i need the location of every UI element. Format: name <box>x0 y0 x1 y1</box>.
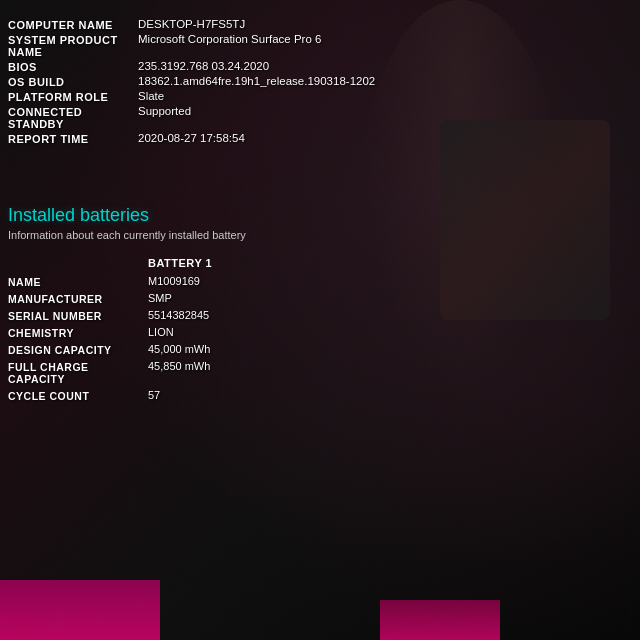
sys-row: BIOS235.3192.768 03.24.2020 <box>8 60 624 73</box>
battery-row: SERIAL NUMBER5514382845 <box>8 309 624 322</box>
batteries-title: Installed batteries <box>8 205 624 226</box>
sys-row: CONNECTED STANDBYSupported <box>8 105 624 130</box>
battery-row-label: DESIGN CAPACITY <box>8 343 148 356</box>
battery-col-header: BATTERY 1 <box>148 257 624 269</box>
batteries-subtitle: Information about each currently install… <box>8 229 624 241</box>
sys-row: PLATFORM ROLESlate <box>8 90 624 103</box>
sys-row-label: OS BUILD <box>8 75 138 88</box>
bottom-magenta-bar-right <box>380 600 500 640</box>
sys-row-value: Supported <box>138 105 624 117</box>
battery-row-label: SERIAL NUMBER <box>8 309 148 322</box>
sys-row-label: REPORT TIME <box>8 132 138 145</box>
sys-row-label: PLATFORM ROLE <box>8 90 138 103</box>
battery-row-value: 45,000 mWh <box>148 343 624 355</box>
battery-rows: NAMEM1009169MANUFACTURERSMPSERIAL NUMBER… <box>8 275 624 402</box>
sys-row-value: DESKTOP-H7FS5TJ <box>138 18 624 30</box>
battery-row-value: 45,850 mWh <box>148 360 624 372</box>
sys-row: REPORT TIME2020-08-27 17:58:54 <box>8 132 624 145</box>
sys-row-value: Slate <box>138 90 624 102</box>
battery-row-value: 57 <box>148 389 624 401</box>
battery-row-label: MANUFACTURER <box>8 292 148 305</box>
sys-row: OS BUILD18362.1.amd64fre.19h1_release.19… <box>8 75 624 88</box>
battery-row: FULL CHARGE CAPACITY45,850 mWh <box>8 360 624 385</box>
battery-row-value: 5514382845 <box>148 309 624 321</box>
bottom-magenta-bar-left <box>0 580 160 640</box>
section-divider <box>8 165 624 195</box>
battery-row: MANUFACTURERSMP <box>8 292 624 305</box>
sys-row-label: COMPUTER NAME <box>8 18 138 31</box>
battery-table: BATTERY 1 NAMEM1009169MANUFACTURERSMPSER… <box>8 257 624 402</box>
sys-row-value: 235.3192.768 03.24.2020 <box>138 60 624 72</box>
sys-row-value: Microsoft Corporation Surface Pro 6 <box>138 33 624 45</box>
main-content: COMPUTER NAMEDESKTOP-H7FS5TJSYSTEM PRODU… <box>0 0 640 416</box>
battery-row-label: CHEMISTRY <box>8 326 148 339</box>
battery-row-label: NAME <box>8 275 148 288</box>
system-info-section: COMPUTER NAMEDESKTOP-H7FS5TJSYSTEM PRODU… <box>8 18 624 145</box>
battery-row-value: M1009169 <box>148 275 624 287</box>
battery-row: NAMEM1009169 <box>8 275 624 288</box>
battery-row: CYCLE COUNT57 <box>8 389 624 402</box>
sys-row: SYSTEM PRODUCT NAMEMicrosoft Corporation… <box>8 33 624 58</box>
battery-row-label: CYCLE COUNT <box>8 389 148 402</box>
battery-header-row: BATTERY 1 <box>8 257 624 269</box>
battery-row-label: FULL CHARGE CAPACITY <box>8 360 148 385</box>
sys-row-value: 18362.1.amd64fre.19h1_release.190318-120… <box>138 75 624 87</box>
sys-row-value: 2020-08-27 17:58:54 <box>138 132 624 144</box>
sys-row-label: BIOS <box>8 60 138 73</box>
battery-row-value: LION <box>148 326 624 338</box>
sys-row-label: SYSTEM PRODUCT NAME <box>8 33 138 58</box>
battery-row: CHEMISTRYLION <box>8 326 624 339</box>
battery-row-value: SMP <box>148 292 624 304</box>
sys-row-label: CONNECTED STANDBY <box>8 105 138 130</box>
sys-row: COMPUTER NAMEDESKTOP-H7FS5TJ <box>8 18 624 31</box>
battery-header-spacer <box>8 257 148 269</box>
battery-row: DESIGN CAPACITY45,000 mWh <box>8 343 624 356</box>
batteries-section: Installed batteries Information about ea… <box>8 205 624 402</box>
